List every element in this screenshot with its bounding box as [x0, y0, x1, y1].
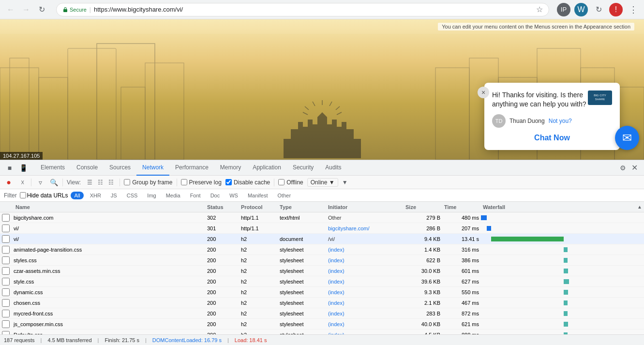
row-waterfall	[481, 255, 644, 265]
row-waterfall	[481, 298, 644, 308]
devtools-close-button[interactable]: ✕	[629, 162, 640, 174]
chat-now-button[interactable]: Chat Now	[492, 134, 612, 142]
table-row[interactable]: styles.css 200 h2 stylesheet (index) 622…	[0, 255, 644, 266]
table-row[interactable]: animated-page-transition.css 200 h2 styl…	[0, 244, 644, 255]
filter-js-button[interactable]: JS	[107, 192, 120, 199]
filter-media-button[interactable]: Media	[163, 192, 184, 199]
row-checkbox[interactable]	[2, 246, 10, 254]
tab-application[interactable]: Application	[247, 160, 287, 176]
messenger-button[interactable]: ✉	[615, 126, 639, 150]
row-checkbox[interactable]	[2, 256, 10, 264]
network-table[interactable]: Name Status Protocol Type Initiator Size…	[0, 202, 644, 334]
forward-button[interactable]: →	[19, 3, 33, 16]
refresh-button[interactable]: ↻	[35, 3, 48, 16]
row-checkbox[interactable]	[2, 225, 10, 232]
offline-label[interactable]: Offline	[278, 179, 303, 186]
tab-audits[interactable]: Audits	[319, 160, 347, 176]
hide-data-urls-label[interactable]: Hide data URLs	[20, 192, 68, 199]
chat-close-button[interactable]: ×	[478, 87, 489, 98]
device-button[interactable]: 📱	[17, 162, 29, 174]
header-status[interactable]: Status	[205, 204, 239, 210]
tab-sources[interactable]: Sources	[104, 160, 136, 176]
row-time: 316 ms	[442, 247, 481, 253]
devtools-settings-button[interactable]: ⚙	[617, 162, 629, 174]
tab-elements[interactable]: Elements	[35, 160, 71, 176]
more-button[interactable]: !	[609, 3, 623, 16]
group-by-frame-label[interactable]: Group by frame	[124, 179, 172, 186]
filter-ws-button[interactable]: WS	[226, 192, 241, 199]
row-checkbox[interactable]	[2, 278, 10, 285]
row-checkbox[interactable]	[2, 299, 10, 307]
offline-checkbox[interactable]	[278, 179, 285, 185]
filter-other-button[interactable]: Other	[274, 192, 295, 199]
table-row[interactable]: chosen.css 200 h2 stylesheet (index) 2.1…	[0, 298, 644, 308]
transferred-size: 4.5 MB transferred	[47, 337, 91, 343]
profile-button[interactable]: IP	[557, 3, 570, 16]
clear-button[interactable]: ☓	[17, 178, 27, 187]
address-bar[interactable]: Secure | https://www.bigcityshare.com/vi…	[56, 3, 549, 16]
hide-data-urls-checkbox[interactable]	[20, 192, 26, 198]
svg-line-18	[305, 106, 309, 110]
large-view-button[interactable]: ☷	[95, 178, 105, 187]
row-checkbox[interactable]	[2, 331, 10, 335]
wordpress-button[interactable]: W	[574, 3, 588, 16]
table-row[interactable]: js_composer.min.css 200 h2 stylesheet (i…	[0, 319, 644, 330]
cast-button[interactable]: ↻	[592, 3, 605, 16]
header-name[interactable]: Name	[12, 204, 205, 210]
filter-img-button[interactable]: Img	[144, 192, 159, 199]
tab-performance[interactable]: Performance	[169, 160, 214, 176]
header-waterfall[interactable]: Waterfall ▲	[481, 204, 644, 210]
filter-manifest-button[interactable]: Manifest	[244, 192, 271, 199]
row-initiator: Other	[326, 215, 404, 221]
header-size[interactable]: Size	[404, 204, 442, 210]
disable-cache-checkbox[interactable]	[225, 179, 232, 185]
online-button[interactable]: Online ▼	[307, 178, 338, 187]
row-checkbox[interactable]	[2, 235, 10, 243]
group-by-frame-checkbox[interactable]	[124, 179, 130, 185]
record-button[interactable]: ●	[4, 178, 14, 187]
table-row[interactable]: vi/ 200 h2 document /vi/ 9.4 KB 13.41 s	[0, 234, 644, 244]
header-protocol[interactable]: Protocol	[239, 204, 278, 210]
table-row[interactable]: mycred-front.css 200 h2 stylesheet (inde…	[0, 308, 644, 319]
search-button[interactable]: 🔍	[49, 178, 59, 187]
row-checkbox[interactable]	[2, 310, 10, 317]
tab-network[interactable]: Network	[136, 160, 169, 176]
filter-doc-button[interactable]: Doc	[207, 192, 224, 199]
filter-dropdown-arrow[interactable]: ▼	[342, 179, 348, 186]
table-row[interactable]: dynamic.css 200 h2 stylesheet (index) 9.…	[0, 287, 644, 298]
table-row[interactable]: vi/ 301 http/1.1 bigcityshare.com/ 286 B…	[0, 223, 644, 234]
table-row[interactable]: czar-assets.min.css 200 h2 stylesheet (i…	[0, 266, 644, 276]
header-type[interactable]: Type	[278, 204, 326, 210]
inspect-button[interactable]: ■	[4, 162, 15, 174]
preserve-log-checkbox[interactable]	[181, 179, 187, 185]
table-row[interactable]: style.css 200 h2 stylesheet (index) 39.6…	[0, 276, 644, 287]
row-protocol: h2	[239, 236, 278, 242]
row-protocol: http/1.1	[239, 225, 278, 231]
requests-count: 187 requests	[4, 337, 35, 343]
tab-memory[interactable]: Memory	[214, 160, 247, 176]
menu-button[interactable]: ⋮	[627, 3, 640, 16]
header-initiator[interactable]: Initiator	[326, 204, 404, 210]
tab-security[interactable]: Security	[287, 160, 319, 176]
preserve-log-label[interactable]: Preserve log	[181, 179, 222, 186]
row-checkbox[interactable]	[2, 214, 10, 222]
table-row[interactable]: Defaults.css 200 h2 stylesheet (index) 4…	[0, 330, 644, 334]
filter-all-button[interactable]: All	[71, 192, 83, 199]
filter-css-button[interactable]: CSS	[123, 192, 141, 199]
disable-cache-label[interactable]: Disable cache	[225, 179, 270, 186]
back-button[interactable]: ←	[4, 3, 17, 16]
row-checkbox[interactable]	[2, 320, 10, 328]
filter-button[interactable]: ▿	[35, 178, 45, 187]
table-row[interactable]: bigcityshare.com 302 http/1.1 text/html …	[0, 212, 644, 223]
row-waterfall	[481, 276, 644, 286]
tab-console[interactable]: Console	[71, 160, 104, 176]
row-checkbox[interactable]	[2, 288, 10, 296]
list-view-button[interactable]: ☰	[85, 178, 94, 187]
header-time[interactable]: Time	[442, 204, 481, 210]
detail-view-button[interactable]: ☷	[106, 178, 116, 187]
chat-not-you-link[interactable]: Not you?	[549, 118, 572, 124]
row-checkbox[interactable]	[2, 267, 10, 275]
filter-xhr-button[interactable]: XHR	[87, 192, 105, 199]
bookmark-icon[interactable]: ☆	[536, 5, 543, 14]
filter-font-button[interactable]: Font	[187, 192, 204, 199]
